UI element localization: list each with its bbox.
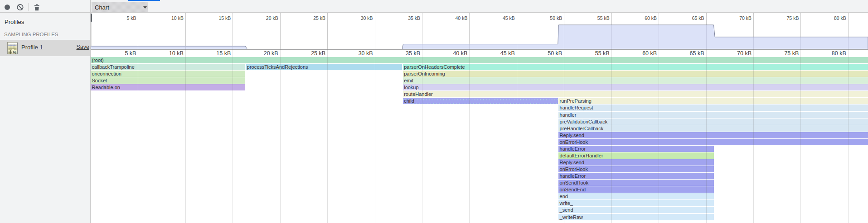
svg-text:%: % [13, 50, 16, 54]
